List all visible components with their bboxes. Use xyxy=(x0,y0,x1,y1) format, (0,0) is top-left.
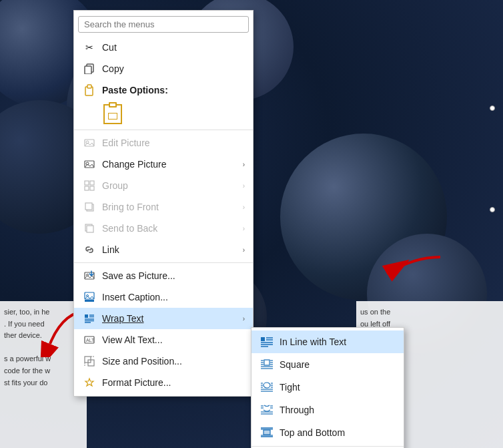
group-icon xyxy=(82,178,97,193)
menu-item-size-and-position[interactable]: Size and Position... xyxy=(74,351,253,372)
through-label: Through xyxy=(280,405,396,415)
paste-clip xyxy=(109,102,117,107)
inline-with-text-icon xyxy=(260,334,274,349)
paste-content xyxy=(108,113,117,120)
size-and-position-icon xyxy=(82,354,97,369)
svg-rect-5 xyxy=(87,85,91,88)
square-icon xyxy=(260,357,274,372)
menu-item-bring-to-front: Bring to Front › xyxy=(74,196,253,218)
cut-label: Cut xyxy=(102,42,245,53)
submenu-item-top-and-bottom[interactable]: Top and Bottom xyxy=(252,421,404,444)
submenu-divider-1 xyxy=(252,446,404,447)
link-arrow: › xyxy=(243,246,245,254)
svg-rect-10 xyxy=(85,181,89,185)
bring-to-front-arrow: › xyxy=(243,204,245,211)
selection-handle-tr[interactable] xyxy=(490,105,495,111)
selection-handle-mr[interactable] xyxy=(490,207,495,212)
link-icon xyxy=(82,242,97,257)
insert-caption-label: Insert Caption... xyxy=(102,292,245,302)
svg-rect-13 xyxy=(90,186,94,190)
menu-item-group: Group › xyxy=(74,175,253,196)
menu-item-paste-options: Paste Options: xyxy=(74,79,253,101)
format-picture-label: Format Picture... xyxy=(102,377,245,388)
search-input[interactable] xyxy=(78,16,249,33)
wrap-text-submenu: In Line with Text Square xyxy=(251,327,404,448)
paste-clipboard-icon xyxy=(103,104,122,124)
edit-picture-icon xyxy=(82,136,97,150)
menu-item-format-picture[interactable]: Format Picture... xyxy=(74,372,253,393)
svg-rect-12 xyxy=(85,186,89,190)
submenu-item-inline-with-text[interactable]: In Line with Text xyxy=(252,330,404,353)
group-arrow: › xyxy=(243,182,245,190)
svg-rect-66 xyxy=(264,430,270,435)
format-picture-icon xyxy=(82,375,97,390)
menu-item-link[interactable]: Link › xyxy=(74,239,253,260)
menu-item-view-alt-text[interactable]: ALT View Alt Text... xyxy=(74,329,253,351)
submenu-item-through[interactable]: Through xyxy=(252,399,404,421)
arrow-right xyxy=(374,247,447,287)
send-to-back-icon xyxy=(82,221,97,236)
svg-text:ALT: ALT xyxy=(86,338,95,343)
edit-picture-label: Edit Picture xyxy=(102,138,245,148)
wrap-text-label: Wrap Text xyxy=(102,313,243,324)
svg-rect-17 xyxy=(87,226,93,232)
top-and-bottom-icon xyxy=(260,425,274,440)
group-label: Group xyxy=(102,180,243,191)
view-alt-text-label: View Alt Text... xyxy=(102,334,245,345)
bring-to-front-label: Bring to Front xyxy=(102,202,243,212)
view-alt-text-icon: ALT xyxy=(82,332,97,347)
svg-rect-36 xyxy=(261,337,265,341)
square-label: Square xyxy=(280,359,396,370)
menu-item-wrap-text[interactable]: Wrap Text › xyxy=(74,308,253,329)
change-picture-icon xyxy=(82,157,97,172)
bring-to-front-icon xyxy=(82,200,97,214)
svg-rect-22 xyxy=(85,300,94,302)
copy-icon xyxy=(82,61,97,76)
send-to-back-label: Send to Back xyxy=(102,223,243,234)
menu-item-cut[interactable]: ✂ Cut xyxy=(74,37,253,58)
svg-point-51 xyxy=(264,383,270,388)
menu-item-copy[interactable]: Copy xyxy=(74,58,253,79)
send-to-back-arrow: › xyxy=(243,225,245,232)
submenu-item-tight[interactable]: Tight xyxy=(252,376,404,399)
tight-icon xyxy=(260,380,274,395)
context-menu: ✂ Cut Copy Paste Options: xyxy=(73,10,254,397)
inline-with-text-label: In Line with Text xyxy=(280,337,396,347)
through-icon xyxy=(260,403,274,417)
wrap-text-icon xyxy=(82,311,97,326)
divider-1 xyxy=(74,130,253,130)
save-as-picture-label: Save as Picture... xyxy=(102,270,245,281)
top-and-bottom-label: Top and Bottom xyxy=(280,427,396,438)
tight-label: Tight xyxy=(280,382,396,393)
scissors-icon: ✂ xyxy=(82,40,97,55)
svg-rect-11 xyxy=(90,181,94,185)
change-picture-label: Change Picture xyxy=(102,159,243,170)
submenu-item-square[interactable]: Square xyxy=(252,353,404,376)
svg-rect-3 xyxy=(85,66,91,74)
divider-2 xyxy=(74,262,253,263)
svg-rect-42 xyxy=(264,360,270,365)
save-as-picture-icon xyxy=(82,268,97,283)
paste-options-icon xyxy=(82,83,97,97)
menu-item-send-to-back: Send to Back › xyxy=(74,218,253,239)
link-label: Link xyxy=(102,244,243,255)
change-picture-arrow: › xyxy=(243,161,245,168)
menu-item-change-picture[interactable]: Change Picture › xyxy=(74,154,253,175)
size-and-position-label: Size and Position... xyxy=(102,356,245,367)
paste-icon-button[interactable] xyxy=(74,101,253,128)
svg-rect-15 xyxy=(85,203,92,210)
paste-options-label: Paste Options: xyxy=(102,85,245,95)
copy-label: Copy xyxy=(102,63,245,74)
insert-caption-icon xyxy=(82,290,97,304)
svg-rect-24 xyxy=(85,314,88,318)
menu-item-edit-picture: Edit Picture xyxy=(74,132,253,154)
wrap-text-arrow: › xyxy=(243,315,245,322)
menu-item-insert-caption[interactable]: Insert Caption... xyxy=(74,286,253,308)
menu-item-save-as-picture[interactable]: Save as Picture... xyxy=(74,265,253,286)
